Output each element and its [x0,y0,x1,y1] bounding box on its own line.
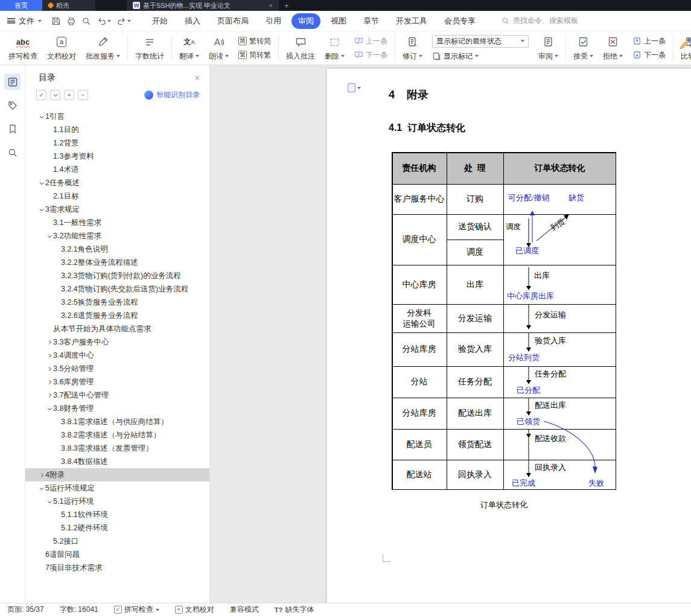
bookmark-panel-button[interactable] [4,121,21,137]
toc-item[interactable]: 1.4术语 [25,163,209,176]
prev-comment-button[interactable]: 上一条 [354,36,387,46]
toc-item[interactable]: 5.1.1软件环境 [25,508,209,521]
next-change-button[interactable]: 下一条 [632,50,666,60]
close-tab-icon[interactable]: × [269,2,273,9]
find-panel-button[interactable] [4,144,21,160]
toc-item[interactable]: 3.2.4货物订购(先交款后送货)业务流程 [25,282,209,296]
trad-to-simp-button[interactable]: 简繁转简 [238,36,271,46]
menu-references[interactable]: 引用 [259,13,288,29]
review-pane-button[interactable]: 审阅 [533,35,563,62]
chevron-right-icon[interactable] [45,367,53,370]
toc-fold-button[interactable]: − [78,90,88,100]
toc-item[interactable]: 3.2.6退货服务业务流程 [25,309,209,322]
toc-collapse-all-button[interactable] [50,90,60,100]
page-indicator[interactable]: 页面: 35/37 [7,605,44,615]
toc-expand-button[interactable]: + [64,90,74,100]
toc-item[interactable]: 3.2功能性需求 [25,229,209,243]
toc-item[interactable]: 3.8.2需求描述（与分站结算） [25,428,209,442]
simp-to-trad-button[interactable]: 繁简转繁 [238,50,271,60]
redo-button[interactable] [116,16,131,26]
word-count-indicator[interactable]: 字数: 16041 [60,605,98,615]
file-menu[interactable]: 文件 [7,16,42,27]
next-comment-button[interactable]: 下一条 [354,50,387,60]
toc-item[interactable]: 3.1一般性需求 [25,216,209,229]
show-markup-button[interactable]: 显示标记 [432,51,529,62]
doc-proof-button[interactable]: a 文档校对 [42,35,81,62]
menu-dev-tools[interactable]: 开发工具 [389,13,434,29]
toc-item[interactable]: 从本节开始为具体功能点需求 [25,322,209,335]
toc-item[interactable]: 3.2.1角色说明 [25,243,209,256]
toc-item[interactable]: 3.4调度中心 [25,349,209,362]
compat-mode-status[interactable]: 兼容模式 [230,605,259,615]
toc-item[interactable]: 1.3参考资料 [25,150,209,163]
toc-item[interactable]: 7项目非技术需求 [25,561,209,574]
toc-item[interactable]: 1.2背景 [25,136,209,150]
toc-item[interactable]: 3.6库房管理 [25,375,209,389]
chevron-right-icon[interactable] [45,394,53,397]
toc-item-selected[interactable]: 4附录 [25,468,209,481]
toc-item[interactable]: 2.1目标 [25,189,209,203]
track-changes-button[interactable]: 修订 [398,35,427,62]
toc-item[interactable]: 3.5分站管理 [25,362,209,375]
read-aloud-button[interactable]: 朗读 [204,35,234,62]
toc-check-button[interactable]: ✓ [36,90,46,100]
document-page[interactable]: 4 附录 4.1 订单状态转化 [327,69,691,603]
correction-service-button[interactable]: 批改服务 [81,35,125,62]
doc-proof-status[interactable]: × 文档校对 [175,605,214,615]
translate-button[interactable]: 文A 翻译 [174,35,204,62]
outline-panel-button[interactable] [4,74,21,90]
menu-section[interactable]: 章节 [357,13,386,29]
tag-panel-button[interactable] [4,97,21,113]
save-button[interactable] [51,16,61,26]
chevron-right-icon[interactable] [37,474,45,477]
chevron-down-icon[interactable] [37,182,45,185]
chevron-down-icon[interactable] [45,235,53,238]
chevron-right-icon[interactable] [45,381,53,384]
reject-button[interactable]: 拒绝 [598,35,628,62]
print-button[interactable] [66,16,76,26]
command-search[interactable]: 查找命令、搜索模板 [502,16,578,26]
toc-item[interactable]: 3.2.5换货服务业务流程 [25,296,209,309]
toc-item[interactable]: 3.3客户服务中心 [25,335,209,349]
toc-item[interactable]: 3.8财务管理 [25,402,209,415]
tab-document[interactable]: W 基于SSH的物...实现 毕业论文 × [127,0,279,11]
chevron-right-icon[interactable] [45,341,53,344]
word-count-button[interactable]: 字数统计 [130,35,169,62]
toc-item[interactable]: 1引言 [25,110,209,123]
close-panel-icon[interactable]: × [195,73,200,83]
toc-item[interactable]: 3.7配送中心管理 [25,389,209,402]
chevron-down-icon[interactable] [45,407,53,410]
tab-docer[interactable]: 稻壳 [42,0,95,11]
delete-comment-button[interactable]: 删除 [320,35,349,62]
missing-font-status[interactable]: T? 缺失字体 [275,605,314,615]
toc-item[interactable]: 3.8.4数据描述 [25,455,209,468]
menu-page-layout[interactable]: 页面布局 [211,13,255,29]
tab-home[interactable]: 首页 [0,0,42,11]
new-tab-button[interactable]: + [279,0,295,11]
chevron-down-icon[interactable] [37,115,45,118]
toc-item[interactable]: 5.2接口 [25,535,209,548]
brush-tool-button[interactable] [677,36,691,54]
prev-change-button[interactable]: 上一条 [632,36,666,46]
smart-toc-button[interactable]: 智能识别目录 [144,90,200,100]
menu-view[interactable]: 视图 [324,13,353,29]
toc-item[interactable]: 3.8.1需求描述（与供应商结算） [25,415,209,428]
chevron-down-icon[interactable] [37,487,45,490]
toc-item[interactable]: 1.1目的 [25,123,209,136]
chevron-down-icon[interactable] [37,208,45,211]
menu-review[interactable]: 审阅 [291,13,320,29]
toc-item[interactable]: 3需求规定 [25,203,209,216]
document-canvas[interactable]: 4 附录 4.1 订单状态转化 [210,65,691,603]
toc-item[interactable]: 2任务概述 [25,176,209,189]
markup-state-select[interactable]: 显示标记的最终状态 [432,35,529,48]
toc-item[interactable]: 5.1运行环境 [25,495,209,508]
accept-button[interactable]: 接受 [568,35,598,62]
revision-mark[interactable] [348,83,361,92]
menu-start[interactable]: 开始 [145,13,174,29]
toc-item[interactable]: 3.2.2整体业务流程描述 [25,256,209,269]
spell-check-status[interactable]: ✓ 拼写检查 [114,605,159,615]
insert-comment-button[interactable]: 插入批注 [281,35,320,62]
print-preview-button[interactable] [81,16,91,26]
chevron-down-icon[interactable] [45,500,53,503]
menu-insert[interactable]: 插入 [178,13,207,29]
